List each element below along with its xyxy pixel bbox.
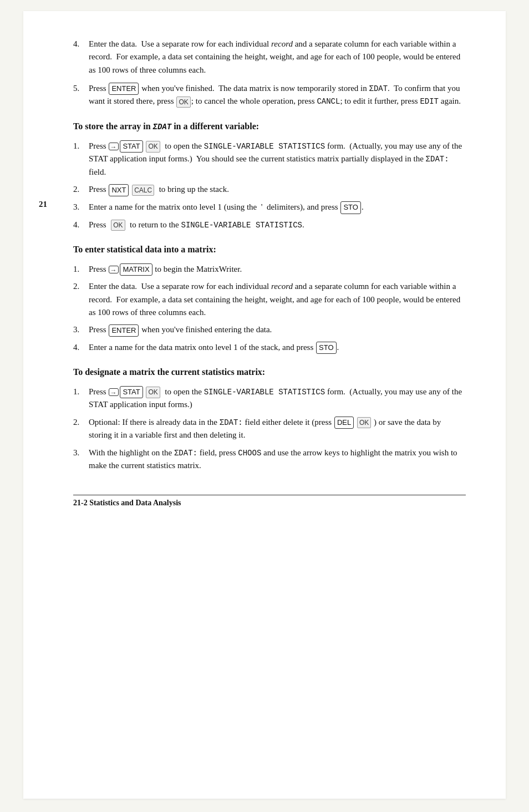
list-item: 4. Enter the data. Use a separate row fo…: [73, 38, 466, 77]
item-number: 1.: [73, 263, 79, 276]
item-number: 5.: [73, 82, 79, 95]
key-matrix: MATRIX: [120, 263, 152, 276]
page-number: 21: [39, 200, 47, 209]
item-number: 2.: [73, 280, 79, 293]
arrow-icon: [109, 388, 119, 396]
list-item: 4. Enter a name for the data matrix onto…: [73, 341, 466, 354]
key-nxt: NXT: [109, 184, 129, 196]
key-ok2: OK: [111, 220, 125, 231]
section2-list: 1. Press MATRIX to begin the MatrixWrite…: [73, 263, 466, 354]
section3-heading: To designate a matrix the current statis…: [73, 366, 466, 378]
item-number: 4.: [73, 38, 79, 50]
item-text: Press MATRIX to begin the MatrixWriter.: [89, 265, 242, 273]
item-text: Press STAT OK to open the SINGLE-VARIABL…: [89, 141, 462, 176]
key-enter: ENTER: [109, 83, 139, 95]
list-item: 2. Enter the data. Use a separate row fo…: [73, 280, 466, 319]
key-sto2: STO: [316, 342, 337, 354]
list-item: 5. Press ENTER when you've finished. The…: [73, 82, 466, 108]
arrow-icon: [109, 143, 119, 150]
arrow-icon: [109, 266, 119, 273]
footer-rule: [73, 495, 466, 495]
item-text: Press OK to return to the SINGLE-VARIABL…: [89, 220, 304, 229]
footer-text: 21-2 Statistics and Data Analysis: [73, 499, 466, 507]
section1-list: 1. Press STAT OK to open the SINGLE-VARI…: [73, 140, 466, 232]
item-number: 1.: [73, 140, 79, 153]
key-ok4: OK: [357, 417, 371, 429]
item-number: 4.: [73, 341, 79, 354]
item-number: 1.: [73, 385, 79, 398]
item-text: Enter a name for the data matrix onto le…: [89, 343, 339, 352]
section1-heading: To store the array in ΣDAT in a differen…: [73, 120, 466, 133]
list-item: 3. Press ENTER when you've finished ente…: [73, 323, 466, 337]
item-text: Enter a name for the matrix onto level 1…: [89, 202, 364, 211]
key-ok-soft: OK: [176, 97, 190, 108]
key-stat: STAT: [120, 140, 143, 153]
list-item: 1. Press STAT OK to open the SINGLE-VARI…: [73, 140, 466, 179]
list-item: 1. Press STAT OK to open the SINGLE-VARI…: [73, 385, 466, 412]
key-enter2: ENTER: [109, 324, 139, 337]
list-item: 1. Press MATRIX to begin the MatrixWrite…: [73, 263, 466, 276]
list-item: 2. Optional: If there is already data in…: [73, 416, 466, 442]
item-text: Optional: If there is already data in th…: [89, 418, 441, 440]
item-text: Press ENTER when you've finished. The da…: [89, 84, 461, 106]
item-number: 3.: [73, 446, 79, 459]
key-calc: CALC: [132, 185, 154, 196]
item-number: 3.: [73, 201, 79, 214]
item-number: 2.: [73, 183, 79, 196]
item-text: Press STAT OK to open the SINGLE-VARIABL…: [89, 387, 462, 409]
intro-list: 4. Enter the data. Use a separate row fo…: [73, 38, 466, 108]
key-sto: STO: [340, 201, 361, 214]
list-item: 2. Press NXT CALC to bring up the stack.: [73, 183, 466, 196]
list-item: 3. Enter a name for the matrix onto leve…: [73, 201, 466, 214]
section2-heading: To enter statistical data into a matrix:: [73, 243, 466, 256]
item-number: 3.: [73, 323, 79, 336]
list-item: 4. Press OK to return to the SINGLE-VARI…: [73, 219, 466, 232]
list-item: 3. With the highlight on the ΣDAT: field…: [73, 446, 466, 473]
item-text: With the highlight on the ΣDAT: field, p…: [89, 448, 457, 470]
key-stat2: STAT: [120, 386, 143, 398]
key-ok3: OK: [146, 387, 160, 398]
item-text: Press ENTER when you've finished enterin…: [89, 325, 272, 334]
item-text: Press NXT CALC to bring up the stack.: [89, 185, 229, 194]
item-text: Enter the data. Use a separate row for e…: [89, 282, 460, 317]
section3-list: 1. Press STAT OK to open the SINGLE-VARI…: [73, 385, 466, 473]
page: 21 4. Enter the data. Use a separate row…: [23, 11, 506, 799]
key-del: DEL: [334, 417, 354, 429]
key-ok: OK: [146, 141, 160, 153]
item-text: Enter the data. Use a separate row for e…: [89, 39, 460, 74]
item-number: 2.: [73, 416, 79, 429]
item-number: 4.: [73, 219, 79, 231]
